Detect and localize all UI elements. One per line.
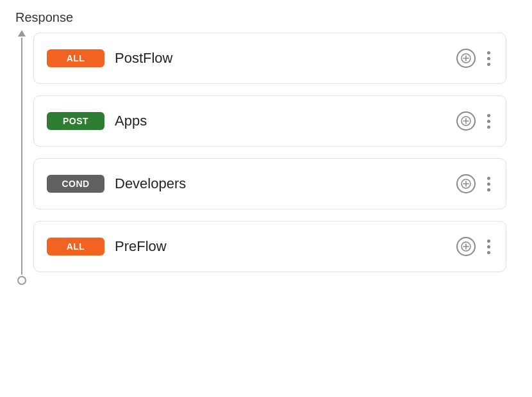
badge-preflow: ALL (47, 238, 104, 255)
more-button-developers[interactable] (485, 174, 493, 194)
card-title-developers: Developers (115, 175, 446, 192)
more-button-preflow[interactable] (485, 237, 493, 257)
add-button-developers[interactable] (456, 174, 476, 193)
more-button-postflow[interactable] (485, 49, 493, 69)
card-preflow: ALLPreFlow (33, 221, 506, 272)
card-title-postflow: PostFlow (115, 50, 446, 67)
card-developers: CONDDevelopers (33, 158, 506, 209)
badge-postflow: ALL (47, 49, 104, 67)
card-apps: POSTApps (33, 95, 506, 147)
add-button-preflow[interactable] (456, 237, 476, 256)
badge-apps: POST (47, 112, 104, 130)
card-actions-developers (456, 174, 493, 194)
card-postflow: ALLPostFlow (33, 33, 506, 84)
card-actions-postflow (456, 49, 493, 69)
card-title-preflow: PreFlow (115, 238, 446, 255)
timeline-circle (17, 276, 26, 285)
timeline-container: ALLPostFlowPOSTAppsCONDDevelopersALLPreF… (0, 30, 532, 285)
cards-container: ALLPostFlowPOSTAppsCONDDevelopersALLPreF… (33, 30, 532, 285)
card-actions-preflow (456, 237, 493, 257)
timeline-line (15, 30, 28, 285)
page-title: Response (0, 0, 532, 30)
timeline-vert-line (21, 38, 22, 275)
add-button-postflow[interactable] (456, 49, 476, 68)
card-actions-apps (456, 111, 493, 131)
add-button-apps[interactable] (456, 111, 476, 131)
more-button-apps[interactable] (485, 111, 493, 131)
timeline-arrow (18, 30, 26, 36)
card-title-apps: Apps (115, 113, 446, 129)
badge-developers: COND (47, 175, 104, 193)
